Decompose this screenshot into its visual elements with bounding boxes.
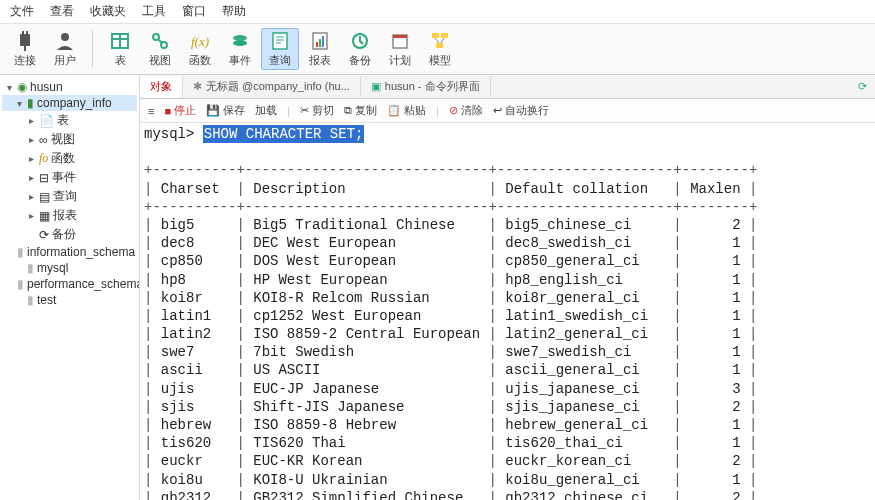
model-button[interactable]: 模型 [421, 28, 459, 70]
event-icon [229, 30, 251, 52]
menubar: 文件 查看 收藏夹 工具 窗口 帮助 [0, 0, 875, 24]
svg-rect-1 [22, 31, 24, 35]
view-icon: ∞ [39, 133, 48, 147]
table-button[interactable]: 表 [101, 28, 139, 70]
tab-query-untitled[interactable]: ✱无标题 @company_info (hu... [183, 76, 361, 97]
tree-views[interactable]: ▸∞视图 [2, 130, 137, 149]
backup-label: 备份 [349, 53, 371, 68]
tree-db-perf[interactable]: ▮performance_schema [2, 276, 137, 292]
svg-rect-25 [432, 33, 439, 38]
main-toolbar: 连接 用户 表 视图 f(x) 函数 事件 查询 报表 备份 计划 模型 [0, 24, 875, 75]
backup-icon: ⟳ [39, 228, 49, 242]
table-icon: 📄 [39, 114, 54, 128]
clear-icon: ⊘ [449, 104, 458, 117]
connection-tree[interactable]: ▾◉husun ▾▮company_info ▸📄表 ▸∞视图 ▸fo函数 ▸⊟… [0, 75, 140, 500]
paste-button[interactable]: 📋粘贴 [387, 103, 426, 118]
tab-objects[interactable]: 对象 [140, 76, 183, 97]
svg-rect-3 [24, 46, 26, 51]
table-icon [109, 30, 131, 52]
copy-button[interactable]: ⧉复制 [344, 103, 377, 118]
database-icon: ▮ [27, 261, 34, 275]
svg-text:f(x): f(x) [191, 34, 209, 49]
func-button[interactable]: f(x) 函数 [181, 28, 219, 70]
menu-view[interactable]: 查看 [50, 3, 74, 20]
svg-rect-21 [322, 36, 324, 47]
plan-button[interactable]: 计划 [381, 28, 419, 70]
tab-cli[interactable]: ▣husun - 命令列界面 [361, 76, 491, 97]
tree-queries[interactable]: ▸▤查询 [2, 187, 137, 206]
backup-icon [349, 30, 371, 52]
menu-file[interactable]: 文件 [10, 3, 34, 20]
tree-connection[interactable]: ▾◉husun [2, 79, 137, 95]
menu-tools[interactable]: 工具 [142, 3, 166, 20]
model-icon [429, 30, 451, 52]
database-icon: ▮ [27, 96, 34, 110]
function-icon: f(x) [189, 30, 211, 52]
view-icon [149, 30, 171, 52]
event-icon: ⊟ [39, 171, 49, 185]
sql-console[interactable]: mysql> SHOW CHARACTER SET; +----------+-… [140, 123, 875, 500]
menu-window[interactable]: 窗口 [182, 3, 206, 20]
menu-help[interactable]: 帮助 [222, 3, 246, 20]
paste-icon: 📋 [387, 104, 401, 117]
connection-icon: ◉ [17, 80, 27, 94]
load-button[interactable]: 加载 [255, 103, 277, 118]
svg-rect-24 [393, 35, 407, 38]
tree-db-info[interactable]: ▮information_schema [2, 244, 137, 260]
function-icon: fo [39, 151, 48, 166]
query-button[interactable]: 查询 [261, 28, 299, 70]
save-button[interactable]: 💾保存 [206, 103, 245, 118]
database-icon: ▮ [17, 277, 24, 291]
refresh-icon[interactable]: ⟳ [850, 80, 875, 93]
user-button[interactable]: 用户 [46, 28, 84, 70]
svg-rect-26 [441, 33, 448, 38]
plug-icon [14, 30, 36, 52]
clear-button[interactable]: ⊘清除 [449, 103, 483, 118]
report-icon [309, 30, 331, 52]
database-icon: ▮ [27, 293, 34, 307]
tab-bar: 对象 ✱无标题 @company_info (hu... ▣husun - 命令… [140, 75, 875, 99]
query-label: 查询 [269, 53, 291, 68]
svg-rect-14 [273, 33, 287, 49]
tree-backups[interactable]: ⟳备份 [2, 225, 137, 244]
tree-db-mysql[interactable]: ▮mysql [2, 260, 137, 276]
stop-icon: ■ [164, 105, 171, 117]
tree-tables[interactable]: ▸📄表 [2, 111, 137, 130]
svg-rect-0 [20, 34, 30, 46]
backup-button[interactable]: 备份 [341, 28, 379, 70]
event-button[interactable]: 事件 [221, 28, 259, 70]
database-icon: ▮ [17, 245, 24, 259]
separator [92, 31, 93, 67]
connect-button[interactable]: 连接 [6, 28, 44, 70]
func-label: 函数 [189, 53, 211, 68]
tree-db-test[interactable]: ▮test [2, 292, 137, 308]
tree-events[interactable]: ▸⊟事件 [2, 168, 137, 187]
menu-fav[interactable]: 收藏夹 [90, 3, 126, 20]
view-button[interactable]: 视图 [141, 28, 179, 70]
query-icon: ▤ [39, 190, 50, 204]
event-label: 事件 [229, 53, 251, 68]
copy-icon: ⧉ [344, 104, 352, 117]
doc-icon: ✱ [193, 80, 202, 93]
menu-toggle[interactable]: ≡ [148, 105, 154, 117]
report-button[interactable]: 报表 [301, 28, 339, 70]
tree-funcs[interactable]: ▸fo函数 [2, 149, 137, 168]
tree-reports[interactable]: ▸▦报表 [2, 206, 137, 225]
svg-rect-19 [316, 42, 318, 47]
report-label: 报表 [309, 53, 331, 68]
svg-point-4 [61, 33, 69, 41]
query-icon [269, 30, 291, 52]
plan-label: 计划 [389, 53, 411, 68]
svg-point-13 [233, 40, 247, 46]
svg-line-10 [158, 39, 162, 43]
svg-rect-20 [319, 39, 321, 47]
stop-button[interactable]: ■停止 [164, 103, 196, 118]
autowrap-toggle[interactable]: ↩自动换行 [493, 103, 549, 118]
save-icon: 💾 [206, 104, 220, 117]
tree-database[interactable]: ▾▮company_info [2, 95, 137, 111]
cut-button[interactable]: ✂剪切 [300, 103, 334, 118]
view-label: 视图 [149, 53, 171, 68]
user-icon [54, 30, 76, 52]
terminal-icon: ▣ [371, 80, 381, 93]
wrap-icon: ↩ [493, 104, 502, 117]
